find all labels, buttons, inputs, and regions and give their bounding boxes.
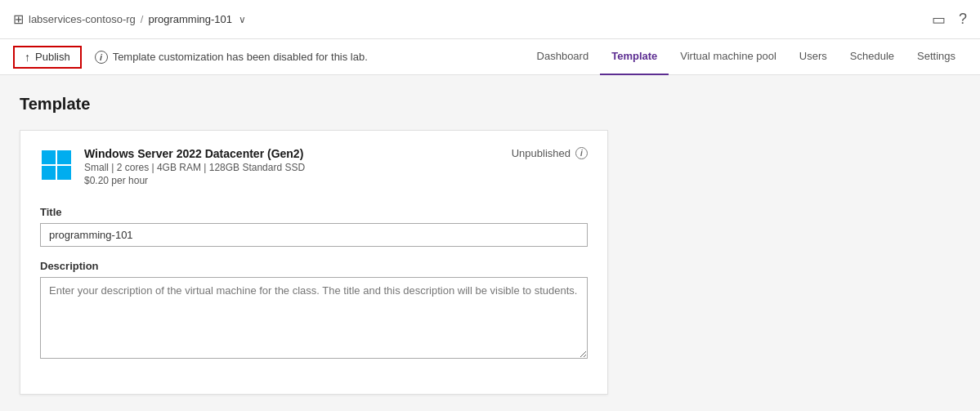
vm-status-label: Unpublished <box>512 147 571 159</box>
title-label: Title <box>40 206 588 218</box>
svg-rect-3 <box>57 166 71 180</box>
nav-tabs: Dashboard Template Virtual machine pool … <box>526 39 967 75</box>
description-textarea[interactable] <box>40 277 588 359</box>
svg-rect-0 <box>42 150 56 164</box>
resource-icon: ⊞ <box>13 11 24 27</box>
top-bar: ⊞ labservices-contoso-rg / programming-1… <box>0 0 980 39</box>
tab-template[interactable]: Template <box>600 39 669 75</box>
info-icon: i <box>95 51 108 64</box>
title-form-group: Title <box>40 206 588 247</box>
publish-button[interactable]: ↑ Publish <box>13 46 82 69</box>
title-input[interactable] <box>40 223 588 247</box>
page-content: Template Windows Server 2022 Datacenter … <box>0 75 980 411</box>
breadcrumb: ⊞ labservices-contoso-rg / programming-1… <box>13 11 246 27</box>
breadcrumb-separator: / <box>141 13 144 25</box>
vm-name: Windows Server 2022 Datacenter (Gen2) <box>84 147 305 160</box>
info-message-text: Template customization has been disabled… <box>113 51 368 63</box>
tab-dashboard[interactable]: Dashboard <box>526 39 601 75</box>
publish-arrow-icon: ↑ <box>25 51 30 64</box>
vm-info-row: Windows Server 2022 Datacenter (Gen2) Sm… <box>40 147 588 186</box>
monitor-icon[interactable]: ▭ <box>932 11 946 29</box>
page-title: Template <box>20 95 960 114</box>
action-bar: ↑ Publish i Template customization has b… <box>0 39 980 75</box>
tab-vm-pool[interactable]: Virtual machine pool <box>669 39 788 75</box>
tab-schedule[interactable]: Schedule <box>839 39 906 75</box>
vm-details: Windows Server 2022 Datacenter (Gen2) Sm… <box>84 147 305 186</box>
breadcrumb-dropdown-icon[interactable]: ∨ <box>239 14 246 25</box>
svg-rect-2 <box>42 166 56 180</box>
vm-specs: Small | 2 cores | 4GB RAM | 128GB Standa… <box>84 162 305 173</box>
publish-label: Publish <box>35 51 70 63</box>
vm-left: Windows Server 2022 Datacenter (Gen2) Sm… <box>40 147 305 186</box>
info-message: i Template customization has been disabl… <box>95 51 368 64</box>
help-icon[interactable]: ? <box>959 11 967 28</box>
vm-status: Unpublished i <box>512 147 588 159</box>
tab-users[interactable]: Users <box>788 39 839 75</box>
description-form-group: Description <box>40 260 588 361</box>
top-bar-actions: ▭ ? <box>932 11 967 29</box>
vm-price: $0.20 per hour <box>84 175 305 186</box>
lab-name[interactable]: programming-101 <box>148 13 232 25</box>
vm-status-info-icon[interactable]: i <box>575 147 588 159</box>
svg-rect-1 <box>57 150 71 164</box>
description-label: Description <box>40 260 588 272</box>
tab-settings[interactable]: Settings <box>906 39 967 75</box>
windows-logo-icon <box>40 149 73 181</box>
resource-group-link[interactable]: labservices-contoso-rg <box>29 13 136 25</box>
template-card: Windows Server 2022 Datacenter (Gen2) Sm… <box>20 130 608 395</box>
